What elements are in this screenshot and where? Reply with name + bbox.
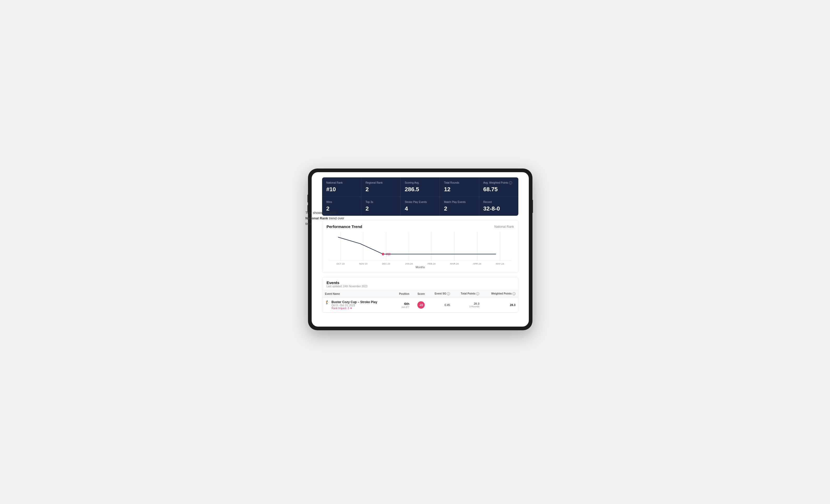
event-weighted-points-value: 28.3	[510, 303, 515, 306]
event-total-points-value: 28.3	[455, 302, 479, 305]
month-may24: MAY 24	[493, 262, 506, 265]
content-area: National Rank #10 Regional Rank 2 Scorin…	[312, 172, 529, 327]
stat-top3s: Top 3s 2	[361, 197, 401, 216]
stat-record-label: Record	[483, 200, 514, 204]
stat-avg-weighted-points: Avg. Weighted Points i 68.75	[479, 177, 518, 196]
event-weighted-points-cell: 28.3	[482, 298, 518, 312]
x-axis-line	[329, 261, 511, 261]
stat-top3s-value: 2	[365, 205, 396, 212]
stat-total-rounds: Total Rounds 12	[440, 177, 479, 196]
stat-scoring-avg-label: Scoring Avg.	[405, 181, 435, 184]
stat-stroke-play-events-value: 4	[405, 205, 435, 212]
annotation-text: This shows you your National Rank trend …	[306, 210, 347, 227]
golf-icon: 🏌	[325, 300, 329, 304]
table-row: 🏌 Buster Cozy Cup – Stroke Play Oct 9 - …	[322, 298, 518, 312]
stat-record-value: 32-8-0	[483, 205, 514, 212]
info-icon-avg-weighted: i	[509, 181, 512, 184]
rank-impact-text: Rank Impact: 3 ▼	[331, 307, 352, 310]
stat-regional-rank-label: Regional Rank	[365, 181, 396, 184]
stat-stroke-play-events: Stroke Play Events 4	[401, 197, 440, 216]
month-feb24: FEB 24	[425, 262, 438, 265]
month-nov23: NOV 23	[357, 262, 370, 265]
chart-x-axis-title: Months	[326, 266, 514, 269]
performance-trend-header: Performance Trend National Rank	[326, 224, 514, 229]
svg-text:#10: #10	[386, 253, 390, 256]
events-last-updated: Last updated: 24th November 2023	[326, 285, 514, 288]
month-apr24: APR 24	[471, 262, 484, 265]
performance-trend-subtitle: National Rank	[494, 225, 514, 229]
stat-match-play-events-label: Match Play Events	[444, 200, 475, 204]
month-dec23: DEC 23	[380, 262, 392, 265]
chart-container: #10 OCT 23 NOV 23 DEC 23 JAN 24 FEB 24	[326, 232, 514, 268]
stat-wins-label: Wins	[326, 200, 357, 204]
annotation-prefix: This shows you your	[306, 211, 337, 215]
stat-regional-rank-value: 2	[365, 186, 396, 193]
stat-match-play-events-value: 2	[444, 205, 475, 212]
stat-match-play-events: Match Play Events 2	[440, 197, 479, 216]
chart-lines-area: #10	[326, 232, 514, 261]
event-position-sub: out of 7	[395, 306, 409, 308]
stat-scoring-avg: Scoring Avg. 286.5	[401, 177, 440, 196]
col-score: Score	[412, 290, 427, 298]
side-button-power	[532, 200, 533, 213]
stat-record: Record 32-8-0	[479, 197, 518, 216]
annotation-bold: National Rank	[306, 216, 328, 220]
stat-scoring-avg-value: 286.5	[405, 186, 435, 193]
event-score-cell: -22	[412, 298, 427, 312]
info-icon-total-points: i	[476, 292, 479, 295]
performance-trend-section: Performance Trend National Rank	[322, 220, 518, 273]
event-sg-cell: 0.45	[427, 298, 453, 312]
events-section: Events Last updated: 24th November 2023 …	[322, 277, 518, 313]
event-score-badge: -22	[417, 301, 425, 309]
event-name-cell: 🏌 Buster Cozy Cup – Stroke Play Oct 9 - …	[322, 298, 393, 312]
event-name: Buster Cozy Cup – Stroke Play	[331, 300, 377, 304]
info-icon-event-sg: i	[447, 292, 450, 295]
col-position: Position	[393, 290, 412, 298]
month-oct23: OCT 23	[334, 262, 347, 265]
annotation-container: This shows you your National Rank trend …	[306, 210, 347, 227]
col-weighted-points: Weighted Points i	[482, 290, 518, 298]
event-sg-value: 0.45	[445, 303, 450, 306]
stats-row-1: National Rank #10 Regional Rank 2 Scorin…	[322, 177, 518, 196]
tablet-screen: National Rank #10 Regional Rank 2 Scorin…	[312, 172, 529, 327]
events-header: Events Last updated: 24th November 2023	[322, 277, 518, 290]
col-event-sg: Event SG i	[427, 290, 453, 298]
trend-dot	[382, 253, 384, 256]
stat-total-rounds-label: Total Rounds	[444, 181, 475, 184]
month-jan24: JAN 24	[402, 262, 415, 265]
trend-line-svg: #10	[326, 232, 514, 261]
stat-regional-rank: Regional Rank 2	[361, 177, 401, 196]
stat-national-rank-label: National Rank	[326, 181, 357, 184]
event-details: Buster Cozy Cup – Stroke Play Oct 9 - Oc…	[331, 300, 377, 310]
tablet-device: National Rank #10 Regional Rank 2 Scorin…	[308, 169, 533, 330]
event-rank-impact: Rank Impact: 3 ▼	[331, 307, 377, 310]
stat-top3s-label: Top 3s	[365, 200, 396, 204]
col-total-points: Total Points i	[453, 290, 482, 298]
events-table-header-row: Event Name Position Score Event SG i Tot…	[322, 290, 518, 298]
side-button-volume-up	[308, 195, 308, 202]
event-total-points-cell: 28.3 3 Rounds	[453, 298, 482, 312]
col-event-name: Event Name	[322, 290, 393, 298]
month-mar24: MAR 24	[448, 262, 461, 265]
stat-stroke-play-events-label: Stroke Play Events	[405, 200, 435, 204]
info-icon-weighted-points: i	[512, 292, 515, 295]
stat-total-rounds-value: 12	[444, 186, 475, 193]
events-table: Event Name Position Score Event SG i Tot…	[322, 290, 518, 312]
event-position: 6th	[395, 302, 409, 306]
stat-national-rank: National Rank #10	[322, 177, 361, 196]
events-title: Events	[326, 280, 514, 285]
stats-row-2: Wins 2 Top 3s 2 Stroke Play Events 4 Mat…	[322, 196, 518, 216]
stat-avg-weighted-points-value: 68.75	[483, 186, 514, 193]
stat-national-rank-value: #10	[326, 186, 357, 193]
event-date: Oct 9 - Oct 10, 2023	[331, 304, 377, 307]
stat-avg-weighted-points-label: Avg. Weighted Points i	[483, 181, 514, 184]
event-position-cell: 6th out of 7	[393, 298, 412, 312]
chart-month-labels: OCT 23 NOV 23 DEC 23 JAN 24 FEB 24 MAR 2…	[326, 261, 514, 265]
event-total-rounds: 3 Rounds	[455, 305, 479, 308]
